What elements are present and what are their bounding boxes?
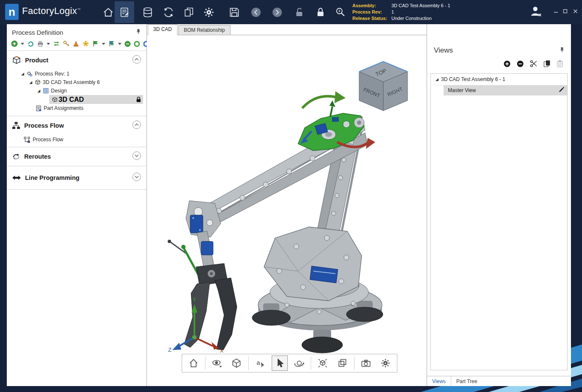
- visibility-button[interactable]: [209, 356, 225, 371]
- tree-item-part-assignments[interactable]: Part Assignments: [7, 104, 146, 112]
- toolbar-separator: [205, 356, 205, 370]
- tree-item-process-flow[interactable]: Process Flow: [7, 135, 146, 144]
- forward-button[interactable]: [271, 6, 284, 19]
- cad-model-canvas[interactable]: TOP FRONT RIGHT Y Z X: [147, 35, 427, 386]
- tree-item-assembly[interactable]: 3D CAD Test Assembly 6: [7, 78, 146, 87]
- label-select-button[interactable]: a: [252, 356, 268, 371]
- expander-icon[interactable]: [435, 78, 439, 81]
- edit-view-button[interactable]: [558, 87, 565, 94]
- minimize-button[interactable]: [552, 8, 560, 14]
- reroutes-icon: [12, 152, 20, 161]
- add-view-button[interactable]: [503, 60, 511, 69]
- green-ring-button[interactable]: [134, 41, 140, 47]
- part-assignments-icon: [36, 105, 42, 112]
- copy-icon: [543, 60, 551, 67]
- print-button[interactable]: [37, 40, 44, 47]
- view-cube[interactable]: TOP FRONT RIGHT: [359, 62, 408, 111]
- y-axis-label: Y: [193, 297, 197, 303]
- import-button[interactable]: [27, 40, 34, 47]
- pin-button[interactable]: [135, 28, 141, 36]
- home-view-button[interactable]: [186, 356, 202, 371]
- cone-button[interactable]: [73, 40, 79, 47]
- close-button[interactable]: [571, 8, 579, 14]
- cut-view-button[interactable]: [530, 60, 537, 69]
- master-view-item[interactable]: Master View: [444, 85, 567, 95]
- sync-button[interactable]: [162, 6, 175, 19]
- collapse-product-button[interactable]: [132, 55, 141, 66]
- paste-icon: [557, 60, 563, 67]
- minus-circle-button[interactable]: [124, 41, 131, 47]
- label-select-letter: a: [256, 359, 260, 366]
- release-status-label: Release Status:: [352, 15, 391, 22]
- tab-bom-relationship[interactable]: BOM Relationship: [178, 25, 231, 35]
- views-bottom-tabs: Views Part Tree: [427, 376, 571, 386]
- view-settings-button[interactable]: [377, 356, 394, 371]
- snapshot-button[interactable]: [358, 356, 374, 371]
- collapse-process-flow-button[interactable]: [132, 120, 141, 131]
- app-logo: n: [5, 4, 19, 20]
- divider: [7, 189, 146, 190]
- materials-button[interactable]: [141, 6, 154, 19]
- isometric-view-button[interactable]: [228, 356, 245, 371]
- tree-item-3d-cad-selected[interactable]: 3D CAD: [49, 95, 143, 104]
- robot-arm-model: [168, 91, 383, 353]
- settings-button[interactable]: [202, 6, 215, 19]
- section-process-flow[interactable]: Process Flow: [7, 116, 146, 135]
- zoom-extents-button[interactable]: [315, 356, 331, 371]
- tree-item-design-label: Design: [51, 88, 67, 94]
- x-axis-label: X: [220, 347, 224, 354]
- key-button[interactable]: [63, 40, 70, 47]
- tab-views[interactable]: Views: [427, 376, 451, 386]
- tab-3d-cad[interactable]: 3D CAD: [148, 24, 177, 35]
- views-pin-button[interactable]: [559, 47, 565, 54]
- section-reroutes[interactable]: Reroutes: [7, 147, 146, 166]
- flag-button[interactable]: [92, 40, 99, 47]
- expander-icon[interactable]: [29, 81, 33, 84]
- section-line-programming[interactable]: Line Programming: [7, 166, 146, 189]
- back-button[interactable]: [250, 6, 262, 19]
- expand-reroutes-button[interactable]: [132, 151, 141, 162]
- remove-view-button[interactable]: [517, 60, 524, 69]
- forward-icon: [271, 6, 283, 18]
- cad-viewport[interactable]: TOP FRONT RIGHT Y Z X: [147, 35, 427, 386]
- transfer-button[interactable]: [53, 40, 60, 47]
- tree-item-design[interactable]: Design: [7, 87, 146, 95]
- lock-button[interactable]: [314, 6, 327, 19]
- flower-button[interactable]: [82, 40, 89, 47]
- orbit-tool-button[interactable]: [291, 356, 307, 371]
- save-button[interactable]: [228, 6, 241, 19]
- expander-icon[interactable]: [37, 89, 41, 93]
- copy-view-button[interactable]: [543, 60, 551, 69]
- unlock-button[interactable]: [293, 6, 306, 19]
- tree-item-part-assignments-label: Part Assignments: [44, 105, 83, 111]
- audit-search-button[interactable]: [334, 6, 347, 19]
- app-logo-letter: n: [8, 6, 15, 19]
- flag-layers-dropdown-caret[interactable]: [118, 43, 121, 45]
- expander-icon[interactable]: [21, 72, 25, 76]
- tree-item-process-rev[interactable]: Process Rev: 1: [7, 70, 146, 78]
- user-button[interactable]: [529, 4, 543, 19]
- select-tool-button[interactable]: [272, 356, 288, 371]
- process-rev-label: Process Rev:: [352, 9, 391, 15]
- expand-line-programming-button[interactable]: [132, 172, 141, 183]
- documents-button[interactable]: [183, 6, 195, 19]
- swirl-icon: [27, 40, 34, 47]
- home-button[interactable]: [102, 6, 115, 19]
- flag-layers-button[interactable]: [108, 40, 115, 47]
- plus-circle-icon: [11, 40, 18, 47]
- assembly-cube-icon: [35, 79, 41, 85]
- tab-part-tree[interactable]: Part Tree: [451, 376, 482, 386]
- section-product[interactable]: Product: [7, 51, 146, 70]
- process-definition-button[interactable]: [115, 1, 134, 23]
- process-flow-icon: [12, 121, 20, 130]
- paste-view-button[interactable]: [557, 60, 563, 69]
- projection-button[interactable]: [334, 356, 350, 371]
- maximize-button[interactable]: [561, 8, 569, 14]
- save-icon: [228, 6, 240, 18]
- add-dropdown-caret[interactable]: [21, 43, 24, 45]
- flag-dropdown-caret[interactable]: [102, 43, 105, 45]
- process-definition-panel: Process Definition Product Process Rev: …: [7, 24, 147, 386]
- print-dropdown-caret[interactable]: [47, 43, 50, 45]
- views-tree-root[interactable]: 3D CAD Test Assembly 6 - 1: [431, 74, 567, 85]
- add-button[interactable]: [11, 40, 18, 47]
